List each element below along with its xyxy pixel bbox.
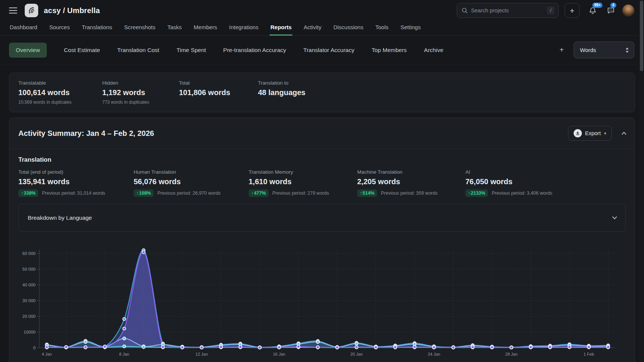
metric-ai: AI 76,050 words ↑2133% Previous period: … [465, 169, 552, 197]
subtab-time-spent[interactable]: Time Spent [176, 47, 206, 54]
svg-text:20 Jan: 20 Jan [350, 352, 363, 356]
svg-text:1 Feb: 1 Feb [584, 352, 594, 356]
activity-title: Activity Summary: Jan 4 – Feb 2, 2026 [18, 129, 154, 138]
stat-value: 100,614 words [18, 88, 102, 97]
word-stats-card: Translatable 100,614 words 10,569 words … [9, 73, 635, 112]
nav-tab-discussions[interactable]: Discussions [332, 21, 364, 36]
stat-label: Translatable [18, 80, 102, 86]
stat-translatable: Translatable 100,614 words 10,569 words … [18, 80, 102, 105]
stat-translation-to: Translation to 48 languages [258, 80, 306, 105]
nav-tab-reports[interactable]: Reports [270, 21, 292, 36]
metric-total: Total (end of period) 135,941 words ↑338… [18, 169, 134, 197]
arrow-up-icon: ↑ [21, 191, 23, 196]
breakdown-label: Breakdown by Language [28, 215, 92, 221]
previous-period-text: Previous period: 3,406 words [492, 191, 552, 196]
delta-badge: ↑338% [18, 189, 38, 197]
subtab-top-members[interactable]: Top Members [371, 47, 407, 54]
previous-period-text: Previous period: 359 words [381, 191, 437, 196]
svg-text:30 000: 30 000 [22, 298, 36, 303]
nav-tab-members[interactable]: Members [193, 21, 218, 36]
stat-value: 101,806 words [179, 88, 258, 97]
export-button[interactable]: Export ▾ [568, 126, 612, 141]
nav-tab-integrations[interactable]: Integrations [228, 21, 259, 36]
subtab-overview[interactable]: Overview [9, 43, 47, 58]
metric-machine-translation: Machine Translation 2,205 words ↑514% Pr… [357, 169, 465, 197]
caret-down-icon: ▾ [604, 131, 606, 136]
search-box[interactable]: / [457, 3, 559, 18]
nav-tab-tools[interactable]: Tools [374, 21, 389, 36]
chevron-down-icon [612, 215, 617, 219]
delta-badge: ↑108% [134, 189, 154, 197]
metric-human-translation: Human Translation 56,076 words ↑108% Pre… [134, 169, 249, 197]
delta-badge: ↑2133% [465, 189, 488, 197]
search-shortcut-hint: / [547, 6, 555, 15]
activity-chart: 01000020 00030 00040 00050 00060 0004 Ja… [9, 247, 635, 361]
messages-button[interactable]: 4 [606, 6, 616, 15]
notifications-button[interactable]: 99+ [588, 6, 598, 15]
stat-value: 1,192 words [102, 88, 179, 97]
stat-label: Hidden [102, 80, 179, 86]
nav-tab-settings[interactable]: Settings [400, 21, 421, 36]
subtab-cost-estimate[interactable]: Cost Estimate [64, 47, 100, 54]
translation-section-title: Translation [18, 156, 626, 163]
arrow-up-icon: ↑ [251, 191, 253, 196]
svg-text:20 000: 20 000 [22, 314, 36, 319]
chat-icon [607, 7, 615, 14]
nav-tab-screenshots[interactable]: Screenshots [124, 21, 156, 36]
translation-metrics: Total (end of period) 135,941 words ↑338… [18, 169, 626, 197]
create-project-button[interactable]: + [565, 3, 580, 18]
subtab-translator-accuracy[interactable]: Translator Accuracy [303, 47, 354, 54]
activity-chart-svg: 01000020 00030 00040 00050 00060 0004 Ja… [18, 247, 617, 359]
logo-bird-icon [27, 6, 36, 15]
stat-total: Total 101,806 words [179, 80, 258, 105]
subtab-pretranslation-accuracy[interactable]: Pre-translation Accuracy [223, 47, 286, 54]
page-scrollbar [639, 0, 644, 362]
collapse-section-button[interactable] [622, 132, 626, 137]
svg-text:16 Jan: 16 Jan [273, 352, 285, 356]
main-nav: Dashboard Sources Translations Screensho… [0, 21, 644, 36]
previous-period-text: Previous period: 279 words [272, 191, 329, 196]
activity-summary-card: Activity Summary: Jan 4 – Feb 2, 2026 Ex… [9, 118, 635, 362]
previous-period-text: Previous period: 31,014 words [42, 191, 105, 196]
stat-label: Translation to [258, 80, 306, 86]
select-stepper-icon [626, 48, 629, 53]
arrow-up-icon: ↑ [468, 191, 470, 196]
stat-sub: 10,569 words in duplicates [18, 100, 102, 105]
svg-text:12 Jan: 12 Jan [195, 352, 208, 356]
app-logo[interactable] [25, 4, 38, 17]
notifications-badge: 99+ [592, 3, 602, 8]
search-input[interactable] [471, 7, 544, 13]
scrollbar-thumb[interactable] [640, 1, 643, 71]
search-icon [462, 7, 468, 13]
unit-select-value: Words [580, 47, 596, 53]
nav-tab-translations[interactable]: Translations [81, 21, 113, 36]
breakdown-by-language-toggle[interactable]: Breakdown by Language [18, 204, 626, 232]
project-title: acsy / Umbrella [44, 6, 100, 15]
stat-hidden: Hidden 1,192 words 773 words in duplicat… [102, 80, 179, 105]
add-report-button[interactable]: + [559, 46, 564, 54]
reports-page: acsy / Umbrella / + 99+ 4 [0, 0, 644, 362]
svg-text:28 Jan: 28 Jan [505, 352, 517, 356]
export-download-icon [574, 129, 582, 137]
stat-value: 48 languages [258, 88, 306, 97]
svg-text:0: 0 [33, 346, 36, 350]
user-avatar[interactable] [622, 4, 634, 16]
hamburger-menu-button[interactable] [9, 7, 17, 13]
top-bar: acsy / Umbrella / + 99+ 4 [0, 0, 644, 21]
previous-period-text: Previous period: 26,970 words [157, 191, 221, 196]
arrow-up-icon: ↑ [360, 191, 362, 196]
nav-tab-tasks[interactable]: Tasks [167, 21, 182, 36]
export-label: Export [585, 130, 601, 136]
subtab-translation-cost[interactable]: Translation Cost [117, 47, 159, 54]
stat-label: Total [179, 80, 258, 86]
svg-text:24 Jan: 24 Jan [428, 352, 440, 356]
svg-text:60 000: 60 000 [22, 251, 36, 256]
nav-tab-sources[interactable]: Sources [48, 21, 70, 36]
reports-subnav: Overview Cost Estimate Translation Cost … [0, 36, 644, 64]
svg-text:4 Jan: 4 Jan [42, 352, 52, 356]
subtab-archive[interactable]: Archive [424, 47, 443, 54]
nav-tab-activity[interactable]: Activity [303, 21, 322, 36]
svg-text:8 Jan: 8 Jan [119, 352, 129, 356]
unit-select[interactable]: Words [574, 42, 634, 58]
nav-tab-dashboard[interactable]: Dashboard [9, 21, 38, 36]
